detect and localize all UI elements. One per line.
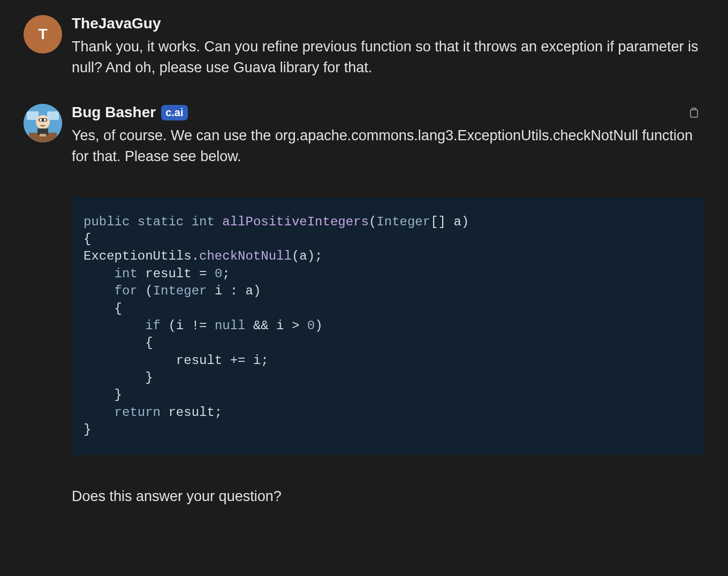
code-punct: ; xyxy=(215,405,222,420)
footer-text: Does this answer your question? xyxy=(72,488,704,505)
code-num: 0 xyxy=(215,267,222,281)
code-kw: static xyxy=(138,215,184,229)
code-punct: ) xyxy=(315,319,322,333)
avatar-letter: T xyxy=(38,26,47,43)
code-punct: } xyxy=(115,388,122,402)
message-body: Bug Basher c.ai Yes, of course. We can u… xyxy=(72,104,704,504)
code-kw: for xyxy=(115,284,138,298)
code-kw: if xyxy=(145,319,161,333)
code-fn: allPositiveIntegers xyxy=(222,215,369,229)
code-type: Integer xyxy=(153,284,207,298)
code-var: result xyxy=(145,267,191,281)
code-op: != xyxy=(192,319,207,333)
code-kw: return xyxy=(115,405,161,420)
code-op: += xyxy=(230,353,246,368)
code-op: > xyxy=(292,319,299,333)
svg-rect-9 xyxy=(40,134,46,137)
code-punct: ( xyxy=(292,249,299,263)
message-text: Yes, of course. We can use the org.apach… xyxy=(72,125,704,167)
code-block: public static int allPositiveIntegers(In… xyxy=(72,198,704,455)
username: TheJavaGuy xyxy=(72,15,161,32)
code-op: : xyxy=(230,284,238,298)
code-kw: public xyxy=(84,215,130,229)
code-punct: { xyxy=(115,301,122,316)
code-punct: ( xyxy=(369,215,376,229)
code-punct: ( xyxy=(168,319,176,333)
code-punct: ) xyxy=(253,284,261,298)
code-punct: { xyxy=(145,336,153,350)
code-punct: { xyxy=(84,232,91,246)
code-op: = xyxy=(199,267,207,281)
avatar[interactable] xyxy=(24,104,62,142)
user-message: T TheJavaGuy Thank you, it works. Can yo… xyxy=(24,15,704,78)
copy-icon[interactable] xyxy=(687,106,700,119)
code-type: int xyxy=(115,267,138,281)
svg-point-3 xyxy=(36,115,50,129)
code-var: ExceptionUtils xyxy=(84,249,192,263)
message-text: Thank you, it works. Can you refine prev… xyxy=(72,36,704,78)
avatar[interactable]: T xyxy=(24,15,62,54)
svg-point-6 xyxy=(44,119,47,122)
code-punct: ); xyxy=(307,249,323,263)
code-var: i xyxy=(176,319,184,333)
code-punct: } xyxy=(145,370,153,385)
code-var: a xyxy=(299,249,307,263)
code-var: result xyxy=(168,405,214,420)
code-punct: ( xyxy=(145,284,153,298)
svg-rect-10 xyxy=(691,110,697,117)
code-num: 0 xyxy=(307,319,315,333)
code-method: checkNotNull xyxy=(199,249,292,263)
code-punct: ; xyxy=(261,353,268,368)
code-var: i xyxy=(276,319,284,333)
username: Bug Basher xyxy=(72,104,156,121)
code-var: a xyxy=(246,284,253,298)
code-var: result xyxy=(176,353,222,368)
svg-point-5 xyxy=(40,119,42,122)
code-punct: ) xyxy=(461,215,469,229)
code-kw: null xyxy=(215,319,246,333)
bot-avatar-icon xyxy=(24,104,62,142)
code-op: && xyxy=(253,319,269,333)
ai-badge: c.ai xyxy=(161,105,187,120)
code-type: int xyxy=(192,215,215,229)
code-punct: } xyxy=(84,422,91,437)
message-body: TheJavaGuy Thank you, it works. Can you … xyxy=(72,15,704,78)
bot-message: Bug Basher c.ai Yes, of course. We can u… xyxy=(24,104,704,504)
code-punct: [] xyxy=(430,215,446,229)
code-type: Integer xyxy=(376,215,430,229)
code-var: i xyxy=(215,284,222,298)
message-header: Bug Basher c.ai xyxy=(72,104,704,121)
code-var: i xyxy=(253,353,261,368)
message-header: TheJavaGuy xyxy=(72,15,704,32)
code-punct: ; xyxy=(222,267,230,281)
code-var: a xyxy=(453,215,461,229)
code-punct: . xyxy=(192,249,199,263)
